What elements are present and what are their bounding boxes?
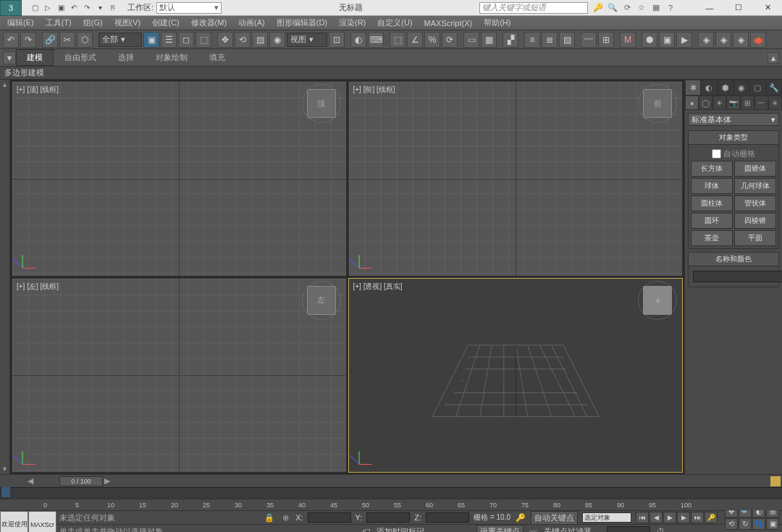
viewcube-persp[interactable]: ◈ — [643, 286, 672, 315]
menu-item[interactable]: 工具(T) — [40, 17, 77, 28]
link-button[interactable]: 🔗 — [42, 32, 58, 48]
subtab-shapes[interactable]: ◯ — [699, 96, 712, 110]
viewcube-front[interactable]: 前 — [643, 89, 672, 118]
close-button[interactable]: ✕ — [753, 0, 782, 16]
setkey-button[interactable]: 设置关键点 — [476, 525, 524, 533]
goto-start[interactable]: ⏮ — [636, 512, 649, 523]
time-slider-bar[interactable]: ◀ 0 / 100 ▶ — [0, 474, 782, 487]
tab-create[interactable]: ✱ — [685, 80, 701, 96]
scale-button[interactable]: ▤ — [252, 32, 268, 48]
select-name-button[interactable]: ☰ — [161, 32, 177, 48]
app-logo[interactable]: 3 — [0, 0, 22, 16]
object-type-button[interactable]: 长方体 — [691, 161, 733, 177]
qa-save-icon[interactable]: ▣ — [55, 2, 67, 14]
layers-button[interactable]: ≣ — [542, 32, 558, 48]
object-type-button[interactable]: 圆环 — [691, 213, 733, 229]
snap-toggle[interactable]: ⬚ — [390, 32, 405, 48]
viewport-perspective[interactable]: [+] [透视] [真实] ◈ — [348, 278, 684, 473]
object-type-button[interactable]: 茶壶 — [691, 230, 733, 246]
time-ruler[interactable]: 0510152025303540455055606570758085909510… — [0, 499, 782, 510]
ribbon-tab[interactable]: 填充 — [198, 49, 236, 66]
time-slider[interactable]: 0 / 100 — [59, 476, 103, 486]
bind-button[interactable]: ⬡ — [77, 32, 93, 48]
toggle-ribbon-button[interactable]: ▤ — [559, 32, 575, 48]
key-target-dropdown[interactable]: 选定对象 — [582, 512, 631, 523]
schematic-button[interactable]: ⊞ — [598, 32, 614, 48]
qa-redo-icon[interactable]: ↷ — [81, 2, 93, 14]
viewport-left[interactable]: [+] [左] [线框] 左 — [12, 278, 347, 473]
tab-utilities[interactable]: 🔧 — [766, 80, 782, 96]
search-input[interactable]: 键入关键字或短语 — [479, 2, 588, 14]
viewcube-left[interactable]: 左 — [307, 286, 336, 315]
vp-label[interactable]: [+] [左] [线框] — [17, 282, 59, 292]
menu-item[interactable]: 动画(A) — [232, 17, 271, 28]
object-type-button[interactable]: 圆锥体 — [734, 161, 776, 177]
object-type-button[interactable]: 管状体 — [734, 195, 776, 211]
play-button[interactable]: ▶ — [663, 512, 676, 523]
select-rect-button[interactable]: ◻ — [178, 32, 194, 48]
manip-button[interactable]: ◐ — [350, 32, 366, 48]
align-button[interactable]: ≡ — [524, 32, 540, 48]
selection-filter[interactable]: 全部▾ — [98, 33, 142, 47]
qa-more-icon[interactable]: ▾ — [94, 2, 106, 14]
render-button[interactable]: 🫖 — [750, 32, 766, 48]
coord-icon[interactable]: ⊕ — [279, 512, 291, 523]
mini-curve-icon[interactable] — [770, 476, 781, 486]
percent-snap[interactable]: % — [424, 32, 440, 48]
time-config-icon[interactable]: ⏱ — [655, 525, 666, 532]
undo-button[interactable]: ↶ — [3, 32, 19, 48]
frame-input[interactable] — [607, 526, 650, 532]
menu-item[interactable]: 视图(V) — [109, 17, 147, 28]
menu-item[interactable]: 渲染(R) — [333, 17, 371, 28]
curve-editor-button[interactable]: 〰 — [581, 32, 597, 48]
search-icon[interactable]: 🔍 — [607, 2, 618, 14]
maximize-button[interactable]: ☐ — [724, 0, 753, 16]
keyfilter-icon[interactable]: 〰 — [528, 525, 539, 532]
menu-item[interactable]: 帮助(H) — [478, 17, 516, 28]
material-editor-button[interactable]: M — [620, 32, 636, 48]
menu-item[interactable]: 编辑(E) — [1, 17, 40, 28]
ribbon-toggle[interactable]: ▾ — [3, 51, 16, 64]
track-bar[interactable] — [10, 487, 782, 499]
viewcube-top[interactable]: 顶 — [307, 89, 336, 118]
qa-undo-icon[interactable]: ↶ — [68, 2, 80, 14]
coord-x[interactable] — [308, 512, 351, 523]
rotate-button[interactable]: ⟲ — [235, 32, 251, 48]
object-type-button[interactable]: 几何球体 — [734, 178, 776, 194]
tab-hierarchy[interactable]: ⬢ — [718, 80, 733, 96]
qa-link-icon[interactable]: ⎘ — [107, 2, 119, 14]
rollout-header[interactable]: 名称和颜色 — [689, 253, 778, 266]
ribbon-min-button[interactable]: ▴ — [768, 52, 779, 64]
object-type-button[interactable]: 四棱锥 — [734, 213, 776, 229]
welcome-tab[interactable]: 欢迎使用 — [0, 511, 28, 532]
preset3-button[interactable]: ◈ — [733, 32, 749, 48]
spinner-snap[interactable]: ⟳ — [442, 32, 458, 48]
object-type-button[interactable]: 球体 — [691, 178, 733, 194]
menu-item[interactable]: MAXScript(X) — [419, 19, 479, 28]
unlink-button[interactable]: ✂ — [59, 32, 75, 48]
redo-button[interactable]: ↷ — [20, 32, 36, 48]
ribbon-tab[interactable]: 选择 — [107, 49, 145, 66]
subtab-warps[interactable]: 〰 — [754, 96, 768, 110]
angle-snap[interactable]: ∠ — [407, 32, 423, 48]
coord-z[interactable] — [426, 512, 469, 523]
render-frame-button[interactable]: ▣ — [659, 32, 675, 48]
qa-new-icon[interactable]: ▢ — [29, 2, 41, 14]
keyboard-button[interactable]: ⌨ — [368, 32, 384, 48]
ribbon-tab[interactable]: 建模 — [16, 49, 54, 66]
qa-open-icon[interactable]: ▷ — [42, 2, 54, 14]
scroll-down[interactable]: ▼ — [1, 465, 9, 473]
subtab-systems[interactable]: ✳ — [768, 96, 782, 110]
autogrid-checkbox[interactable] — [712, 149, 721, 159]
tab-display[interactable]: ▢ — [749, 80, 765, 96]
key-mode[interactable]: 🔑 — [705, 512, 718, 523]
menu-item[interactable]: 组(G) — [77, 17, 109, 28]
slider-left[interactable]: ◀ — [26, 476, 35, 486]
slider-right[interactable]: ▶ — [103, 476, 112, 486]
render-prod-button[interactable]: ▶ — [676, 32, 692, 48]
pivot-button[interactable]: ⊡ — [329, 32, 345, 48]
help-icon[interactable]: ? — [665, 2, 676, 14]
lock-icon[interactable]: 🔒 — [264, 512, 275, 523]
cloud-icon[interactable]: ⟳ — [621, 2, 633, 14]
menu-item[interactable]: 创建(C) — [146, 17, 185, 28]
